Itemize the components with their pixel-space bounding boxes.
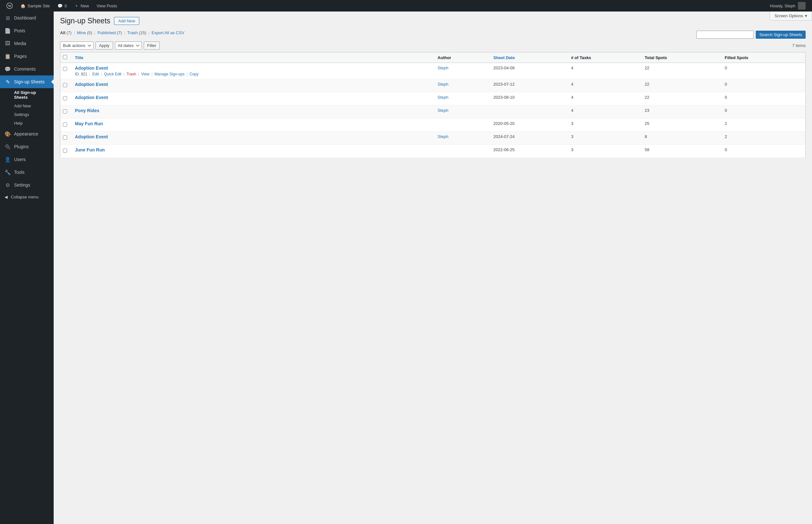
row-title-link[interactable]: Adoption Event — [75, 82, 108, 87]
title-cell: Adoption Event — [72, 132, 434, 145]
author-link[interactable]: Steph — [437, 82, 448, 86]
sidebar-item-label: Users — [14, 157, 26, 162]
sidebar-item-label: Plugins — [14, 144, 29, 149]
bulk-actions-select[interactable]: Bulk actions — [60, 42, 94, 50]
new-bar-item[interactable]: ＋ New — [71, 0, 93, 12]
author-link[interactable]: Steph — [437, 65, 448, 70]
filter-mine-count: (5) — [87, 30, 92, 35]
site-name-bar-item[interactable]: 🏠 Sample Site — [17, 0, 54, 12]
sidebar-item-users[interactable]: 👤 Users — [0, 153, 54, 166]
plugins-icon: 🔌 — [4, 144, 11, 150]
copy-action: Copy — [189, 72, 198, 76]
row-checkbox[interactable] — [63, 135, 67, 140]
row-title-link[interactable]: Adoption Event — [75, 65, 108, 71]
title-cell: Adoption Event — [72, 79, 434, 92]
export-csv-link[interactable]: Export All as CSV — [151, 30, 184, 35]
collapse-label: Collapse menu — [11, 195, 39, 199]
sidebar-item-comments[interactable]: 💬 Comments — [0, 63, 54, 76]
wp-logo-bar-item[interactable]: W — [3, 0, 17, 12]
author-link[interactable]: Steph — [437, 134, 448, 139]
author-link[interactable]: Steph — [437, 108, 448, 113]
header-total-spots: Total Spots — [642, 52, 722, 63]
total-spots-cell: 22 — [642, 63, 722, 79]
comments-bar-item[interactable]: 💬 0 — [54, 0, 71, 12]
signup-sheets-submenu: All Sign-up Sheets Add New Settings Help — [0, 88, 54, 128]
manage-link[interactable]: Manage Sign-ups — [154, 72, 185, 76]
title-sort-link[interactable]: Title — [75, 55, 84, 60]
copy-link[interactable]: Copy — [189, 72, 198, 76]
row-checkbox[interactable] — [63, 149, 67, 153]
apply-button[interactable]: Apply — [96, 42, 113, 50]
table-body: Adoption Event ID: 921 | Edit | Quick Ed… — [60, 63, 806, 158]
filter-published-count: (7) — [117, 30, 122, 35]
sidebar-item-label: Pages — [14, 54, 27, 59]
sidebar-item-label: Appearance — [14, 131, 38, 136]
filter-published-link[interactable]: Published — [97, 30, 116, 35]
screen-options-button[interactable]: Screen Options ▾ — [769, 12, 812, 20]
row-checkbox[interactable] — [63, 109, 67, 113]
row-checkbox[interactable] — [63, 122, 67, 127]
search-input[interactable] — [696, 31, 754, 39]
sidebar-item-plugins[interactable]: 🔌 Plugins — [0, 140, 54, 153]
filter-trash-link[interactable]: Trash — [127, 30, 138, 35]
collapse-menu-button[interactable]: ◀ Collapse menu — [0, 191, 54, 202]
signup-sheets-icon: ✎ — [4, 79, 11, 85]
sidebar-item-tools[interactable]: 🔧 Tools — [0, 166, 54, 179]
row-title-link[interactable]: Adoption Event — [75, 134, 108, 139]
sheet-date-cell: 2023-08-10 — [490, 92, 568, 105]
sidebar-item-appearance[interactable]: 🎨 Appearance — [0, 128, 54, 140]
screen-options-label: Screen Options — [774, 13, 803, 18]
filter-mine-link[interactable]: Mine — [77, 30, 86, 35]
sheet-date-sort-link[interactable]: Sheet Date — [493, 55, 515, 60]
submenu-item-help[interactable]: Help — [0, 119, 54, 128]
num-tasks-cell: 4 — [568, 92, 642, 105]
header-num-tasks: # of Tasks — [568, 52, 642, 63]
sidebar-item-label: Tools — [14, 170, 24, 175]
collapse-icon: ◀ — [4, 195, 8, 199]
row-title-link[interactable]: June Fun Run — [75, 147, 105, 152]
main-content: Screen Options ▾ Sign-up Sheets Add New … — [54, 12, 812, 524]
row-checkbox[interactable] — [63, 96, 67, 100]
filter-button[interactable]: Filter — [144, 42, 160, 50]
row-title-link[interactable]: Adoption Event — [75, 95, 108, 100]
howdy-section[interactable]: Howdy, Steph — [766, 2, 809, 10]
sidebar-item-posts[interactable]: 📄 Posts — [0, 24, 54, 37]
row-title-link[interactable]: May Fun Run — [75, 121, 103, 126]
row-checkbox[interactable] — [63, 83, 67, 87]
num-tasks-cell: 3 — [568, 118, 642, 132]
author-link[interactable]: Steph — [437, 95, 448, 100]
sidebar-item-media[interactable]: 🖼 Media — [0, 37, 54, 50]
sidebar-item-signup-sheets[interactable]: ✎ Sign-up Sheets — [0, 76, 54, 88]
row-checkbox-cell — [60, 105, 72, 118]
title-cell: May Fun Run — [72, 118, 434, 132]
view-posts-label: View Posts — [97, 3, 117, 8]
row-checkbox[interactable] — [63, 67, 67, 71]
view-posts-bar-item[interactable]: View Posts — [93, 0, 121, 12]
trash-link[interactable]: Trash — [127, 72, 136, 76]
edit-action: Edit — [92, 72, 99, 76]
date-filter-select[interactable]: All dates — [115, 42, 142, 50]
row-title-link[interactable]: Pony Rides — [75, 108, 99, 113]
table-row: Adoption Event Steph 2024-07-24 3 8 2 — [60, 132, 806, 145]
sidebar-item-pages[interactable]: 📋 Pages — [0, 50, 54, 63]
submenu-item-all-signup-sheets[interactable]: All Sign-up Sheets — [0, 88, 54, 102]
add-new-button[interactable]: Add New — [114, 17, 139, 25]
sidebar-item-label: Sign-up Sheets — [14, 79, 45, 84]
select-all-checkbox[interactable] — [63, 55, 67, 59]
submenu-item-add-new[interactable]: Add New — [0, 102, 54, 110]
quick-edit-link[interactable]: Quick Edit — [104, 72, 121, 76]
submenu-item-settings[interactable]: Settings — [0, 110, 54, 119]
search-button[interactable]: Search Sign-up Sheets — [756, 31, 806, 39]
edit-link[interactable]: Edit — [92, 72, 99, 76]
sidebar-item-dashboard[interactable]: ⊞ Dashboard — [0, 12, 54, 24]
filter-all-link[interactable]: All — [60, 30, 66, 35]
header-sheet-date[interactable]: Sheet Date — [490, 52, 568, 63]
filter-all-count: (7) — [66, 30, 71, 35]
view-link[interactable]: View — [141, 72, 149, 76]
header-title[interactable]: Title — [72, 52, 434, 63]
screen-options-arrow: ▾ — [805, 13, 807, 18]
sheet-date-cell: 2020-05-20 — [490, 118, 568, 132]
table-row: Adoption Event Steph 2023-08-10 4 22 0 — [60, 92, 806, 105]
sidebar-item-settings[interactable]: ⚙ Settings — [0, 179, 54, 191]
sheet-date-cell: 2024-07-24 — [490, 132, 568, 145]
